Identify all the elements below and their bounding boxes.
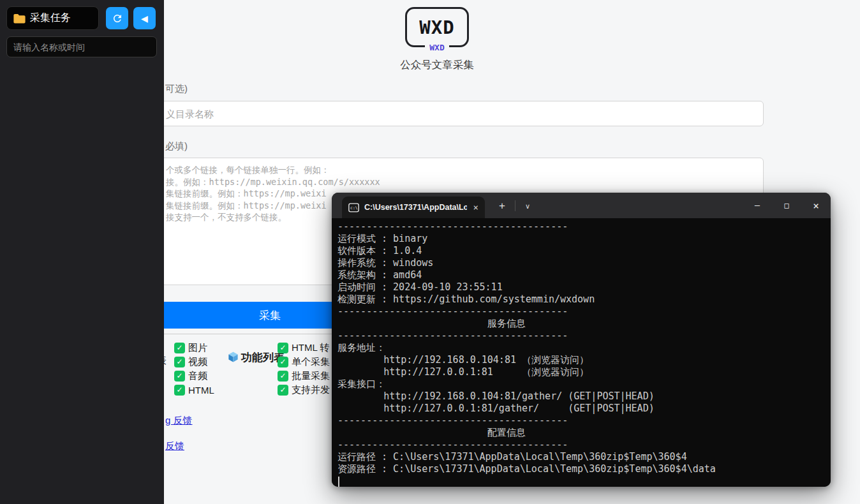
terminal-titlebar[interactable]: c:\ C:\Users\17371\AppData\Loca × + ∨ ─ … [332, 193, 831, 218]
window-controls: ─ □ × [743, 193, 831, 218]
check-icon: ✓ [176, 371, 182, 382]
terminal-tab[interactable]: c:\ C:\Users\17371\AppData\Loca × [342, 196, 485, 218]
terminal-output: ----------------------------------------… [337, 221, 831, 475]
feature-checkbox-item[interactable]: ✓ 音频 [174, 371, 214, 382]
checkbox-checked-icon[interactable]: ✓ [278, 371, 288, 382]
checkbox-checked-icon[interactable]: ✓ [278, 357, 288, 367]
checkbox-checked-icon[interactable]: ✓ [174, 371, 185, 382]
checkbox-checked-icon[interactable]: ✓ [278, 343, 288, 353]
feedback-link-1[interactable]: g 反馈 [165, 415, 193, 427]
url-label: 必填) [165, 140, 188, 152]
feedback-link-2[interactable]: 反馈 [165, 440, 184, 452]
folder-icon [13, 13, 26, 24]
feature-label: HTML [188, 385, 214, 396]
checkbox-checked-icon[interactable]: ✓ [174, 357, 185, 367]
task-folder-label: 采集任务 [30, 11, 71, 25]
cube-icon [227, 351, 239, 363]
check-icon: ✓ [176, 343, 182, 353]
feature-label: 批量采集 [292, 370, 330, 382]
checkbox-checked-icon[interactable]: ✓ [174, 385, 185, 396]
feature-list-left: ✓ 图片 ✓ 视频 ✓ 音频 ✓ HTML [174, 343, 214, 396]
terminal-cursor [338, 477, 339, 487]
terminal-body[interactable]: ----------------------------------------… [332, 218, 831, 487]
terminal-window: c:\ C:\Users\17371\AppData\Loca × + ∨ ─ … [332, 193, 831, 487]
feature-label: 视频 [188, 356, 207, 368]
new-tab-button[interactable]: + [493, 198, 512, 214]
close-button[interactable]: × [801, 193, 831, 218]
cmd-icon: c:\ [348, 203, 359, 212]
feature-checkbox-item[interactable]: ✓ 支持并发 [278, 385, 330, 396]
checkbox-checked-icon[interactable]: ✓ [278, 385, 288, 396]
terminal-tab-title: C:\Users\17371\AppData\Loca [364, 203, 467, 212]
svg-text:c:\: c:\ [350, 205, 358, 211]
tab-dropdown-button[interactable]: ∨ [518, 199, 537, 213]
feature-checkbox-item[interactable]: ✓ 图片 [174, 343, 214, 353]
check-icon: ✓ [279, 357, 286, 367]
check-icon: ✓ [176, 357, 182, 367]
task-folder-box[interactable]: 采集任务 [6, 6, 99, 30]
dir-name-input[interactable] [164, 101, 764, 126]
tab-bar-divider [515, 200, 515, 211]
check-icon: ✓ [279, 343, 286, 353]
search-input[interactable] [6, 36, 157, 57]
sidebar: 采集任务 ◀ [0, 0, 164, 504]
feature-checkbox-item[interactable]: ✓ 单个采集 [278, 357, 330, 367]
minimize-button[interactable]: ─ [743, 193, 772, 218]
logo-text: WXD [419, 17, 454, 38]
logo-badge: WXD [405, 41, 469, 53]
feature-label: 音频 [188, 370, 207, 382]
refresh-icon [112, 13, 123, 24]
feature-checkbox-item[interactable]: ✓ HTML [174, 385, 214, 396]
feature-checkbox-item[interactable]: ✓ 批量采集 [278, 371, 330, 382]
feature-label: 支持并发 [292, 384, 330, 396]
checkbox-checked-icon[interactable]: ✓ [174, 343, 185, 353]
check-icon: ✓ [279, 371, 286, 382]
feature-label: 单个采集 [292, 356, 330, 368]
app-subtitle: 公众号文章采集 [373, 58, 501, 72]
app: WXD WXD 公众号文章采集 可选) 必填) 个或多个链接，每个链接单独一行。… [0, 0, 860, 504]
clipped-text-fragment: 表 [164, 355, 167, 367]
dir-name-label: 可选) [165, 83, 188, 95]
tab-close-icon[interactable]: × [472, 203, 480, 212]
check-icon: ✓ [279, 385, 286, 396]
feature-checkbox-item[interactable]: ✓ HTML 转 [278, 343, 330, 353]
maximize-button[interactable]: □ [772, 193, 801, 218]
triangle-left-icon: ◀ [141, 13, 148, 24]
collapse-button[interactable]: ◀ [133, 7, 156, 29]
refresh-button[interactable] [106, 7, 128, 29]
check-icon: ✓ [176, 385, 182, 396]
feature-label: HTML 转 [292, 342, 329, 354]
feature-list-right: ✓ HTML 转 ✓ 单个采集 ✓ 批量采集 ✓ 支持并发 [278, 343, 330, 396]
feature-checkbox-item[interactable]: ✓ 视频 [174, 357, 214, 367]
feature-label: 图片 [188, 342, 207, 354]
